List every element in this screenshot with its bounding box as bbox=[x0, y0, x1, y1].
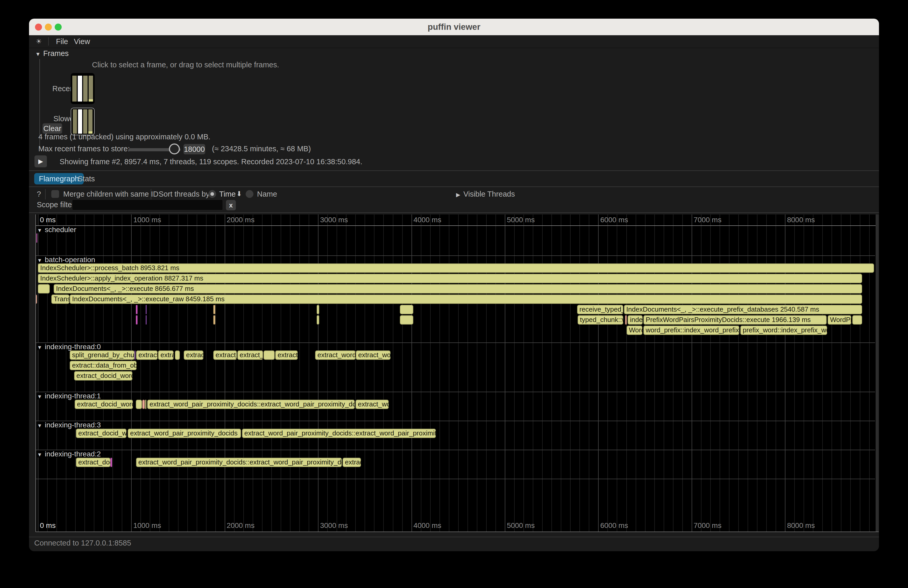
scope-bar[interactable]: Trans bbox=[51, 294, 69, 304]
scope-bar[interactable]: extract_docid_word bbox=[74, 371, 132, 381]
scope-bar[interactable] bbox=[136, 305, 138, 314]
scope-bar[interactable] bbox=[110, 458, 112, 467]
scope-bar[interactable] bbox=[400, 305, 413, 314]
scope-bar[interactable] bbox=[135, 350, 135, 360]
scope-bar[interactable]: extrac bbox=[184, 350, 203, 360]
axis-tick-label: 7000 ms bbox=[694, 216, 721, 224]
frame-bar[interactable] bbox=[73, 109, 77, 134]
sort-name-radio[interactable] bbox=[246, 190, 253, 198]
tab-stats[interactable]: Stats bbox=[73, 173, 100, 185]
frame-bar[interactable] bbox=[78, 76, 82, 101]
scope-bar[interactable]: extract_word_pair_proximity_docids::extr… bbox=[147, 400, 355, 409]
slowest-frame-thumbnail[interactable] bbox=[71, 108, 95, 135]
scope-bar[interactable]: extrac bbox=[343, 458, 361, 467]
scope-bar[interactable]: Word bbox=[626, 326, 642, 335]
chevron-down-icon: ▼ bbox=[37, 423, 42, 429]
sort-name-label[interactable]: Name bbox=[257, 190, 277, 198]
scope-bar[interactable] bbox=[175, 350, 180, 360]
frame-bar[interactable] bbox=[89, 109, 92, 134]
scope-bar[interactable] bbox=[36, 294, 37, 304]
scope-filter-input[interactable] bbox=[72, 199, 223, 210]
sort-time-radio[interactable] bbox=[208, 190, 216, 198]
scope-bar[interactable]: extract_wo bbox=[356, 350, 391, 360]
scope-bar[interactable]: extract bbox=[275, 350, 298, 360]
axis-tick-label: 5000 ms bbox=[507, 216, 534, 224]
frame-bar[interactable] bbox=[83, 109, 87, 134]
scope-bar[interactable]: typed_chunk::w bbox=[578, 315, 623, 325]
thread-header-indexing-thread:3[interactable]: ▼indexing-thread:3 bbox=[36, 421, 105, 429]
frames-collapsible-header[interactable]: ▼Frames bbox=[35, 49, 69, 58]
menu-file[interactable]: File bbox=[56, 35, 68, 48]
scope-bar[interactable] bbox=[36, 233, 37, 243]
flamegraph-row: IndexScheduler>::process_batch 8953.821 … bbox=[36, 263, 875, 273]
scope-bar[interactable] bbox=[625, 315, 627, 325]
thread-header-batch-operation[interactable]: ▼batch-operation bbox=[36, 256, 99, 263]
scope-bar[interactable]: extract_wo bbox=[356, 400, 389, 409]
scope-bar[interactable]: extract_word_pair_proximity_docids bbox=[128, 429, 241, 438]
scope-bar[interactable] bbox=[213, 305, 215, 314]
scope-bar[interactable] bbox=[146, 315, 147, 325]
scope-bar[interactable]: IndexScheduler>::process_batch 8953.821 … bbox=[38, 263, 874, 273]
sort-direction-arrow-icon[interactable]: ⬇ bbox=[236, 190, 242, 198]
scope-bar[interactable] bbox=[317, 315, 319, 325]
scope-bar[interactable] bbox=[317, 305, 319, 314]
scope-bar[interactable]: extract_ bbox=[213, 350, 237, 360]
scope-bar[interactable] bbox=[146, 305, 147, 314]
visible-threads-collapsible[interactable]: ▶Visible Threads bbox=[456, 190, 515, 198]
play-button[interactable]: ▶ bbox=[34, 156, 47, 167]
visible-threads-label: Visible Threads bbox=[463, 190, 515, 198]
scope-bar[interactable]: receive_typed_ bbox=[577, 305, 623, 314]
scope-bar[interactable]: extract::data_from_ob bbox=[70, 361, 137, 370]
scope-bar[interactable] bbox=[264, 350, 275, 360]
frame-bar[interactable] bbox=[83, 76, 88, 101]
max-frames-value[interactable]: 18000 bbox=[184, 144, 205, 154]
scope-bar[interactable]: split_grenad_by_chun bbox=[70, 350, 135, 360]
vertical-scrollbar[interactable] bbox=[876, 214, 879, 532]
scope-bar[interactable]: IndexDocuments<_, _>::execute_prefix_dat… bbox=[624, 305, 862, 314]
scope-bar[interactable] bbox=[400, 315, 413, 325]
scope-bar[interactable] bbox=[38, 284, 50, 294]
scope-bar[interactable]: extract_word bbox=[315, 350, 356, 360]
scope-bar[interactable] bbox=[136, 315, 138, 325]
scope-bar[interactable]: extract_ bbox=[237, 350, 263, 360]
scope-bar[interactable] bbox=[145, 400, 147, 409]
help-button[interactable]: ? bbox=[37, 190, 41, 198]
scope-bar[interactable]: extract_doc bbox=[76, 458, 110, 467]
scope-bar[interactable]: IndexDocuments<_, _>::execute 8656.677 m… bbox=[54, 284, 862, 294]
scope-bar[interactable]: PrefixWordPairsProximityDocids::execute … bbox=[644, 315, 827, 325]
scope-bar[interactable]: extract_docid_word bbox=[75, 400, 133, 409]
merge-children-checkbox[interactable] bbox=[51, 190, 59, 198]
clear-filter-button[interactable]: x bbox=[226, 200, 236, 210]
scope-bar[interactable]: index bbox=[628, 315, 642, 325]
recent-frame-thumbnail[interactable] bbox=[71, 73, 95, 104]
frame-bar[interactable] bbox=[78, 109, 82, 134]
scope-bar[interactable]: word_prefix::index_word_prefix_ bbox=[644, 326, 739, 335]
scope-bar[interactable]: extract_docid_word bbox=[76, 429, 126, 438]
scope-bar[interactable] bbox=[136, 400, 142, 409]
scope-bar[interactable] bbox=[213, 315, 215, 325]
title-bar[interactable]: puffin viewer bbox=[29, 19, 879, 35]
max-frames-slider-knob[interactable] bbox=[169, 143, 180, 154]
thread-header-indexing-thread:1[interactable]: ▼indexing-thread:1 bbox=[36, 392, 105, 399]
scope-bar[interactable]: prefix_word::index_prefix_wo bbox=[741, 326, 827, 335]
thread-header-scheduler[interactable]: ▼scheduler bbox=[36, 226, 80, 233]
separator bbox=[29, 212, 879, 213]
flamegraph-panel[interactable]: 0 ms1000 ms2000 ms3000 ms4000 ms5000 ms6… bbox=[35, 214, 879, 532]
scope-bar[interactable] bbox=[142, 400, 145, 409]
scope-bar[interactable]: extract_word_pair_proximity_docids::extr… bbox=[136, 458, 342, 467]
frame-bar[interactable] bbox=[89, 76, 93, 101]
menu-view[interactable]: View bbox=[74, 35, 90, 48]
sort-time-label[interactable]: Time bbox=[219, 190, 235, 198]
thread-header-indexing-thread:2[interactable]: ▼indexing-thread:2 bbox=[36, 450, 105, 458]
frame-bar[interactable] bbox=[72, 76, 77, 101]
scope-bar[interactable]: IndexScheduler>::apply_index_operation 8… bbox=[38, 274, 862, 283]
scope-bar[interactable] bbox=[852, 315, 862, 325]
scope-bar[interactable]: WordPr bbox=[828, 315, 851, 325]
thread-header-indexing-thread:0[interactable]: ▼indexing-thread:0 bbox=[36, 343, 105, 350]
scope-bar[interactable]: extract bbox=[136, 350, 158, 360]
scope-bar[interactable]: IndexDocuments<_, _>::execute_raw 8459.1… bbox=[70, 294, 862, 304]
scope-bar[interactable]: extract_word_pair_proximity_docids::extr… bbox=[242, 429, 436, 438]
clear-button[interactable]: Clear bbox=[42, 123, 62, 134]
scope-bar[interactable]: extra bbox=[158, 350, 174, 360]
theme-sun-icon[interactable]: ☀ bbox=[36, 35, 42, 48]
